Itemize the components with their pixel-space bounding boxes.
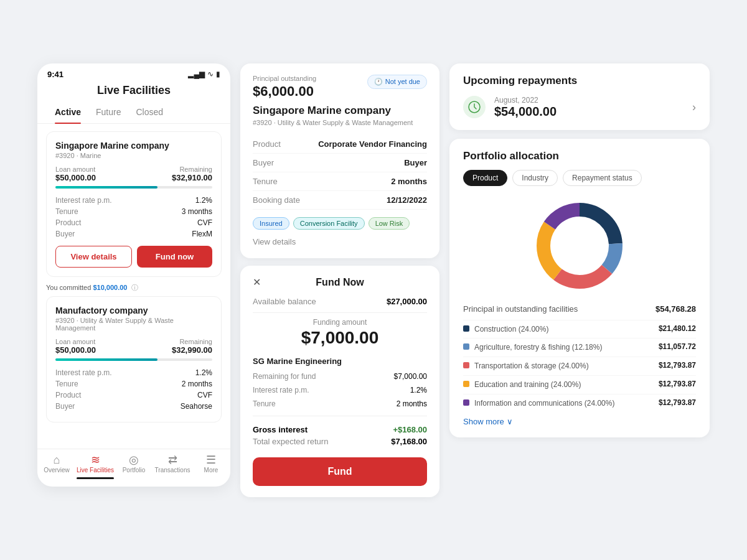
info-row-tenure: Tenure 2 months <box>253 172 427 191</box>
fund-detail-tenure: Tenure 2 months <box>253 397 427 411</box>
gross-interest-row: Gross interest +$168.00 <box>253 421 427 436</box>
fund-detail-interest: Interest rate p.m. 1.2% <box>253 383 427 397</box>
info-row-product: Product Corporate Vendor Financing <box>253 135 427 154</box>
repayment-info: August, 2022 $54,000.00 <box>494 96 684 119</box>
tag-conversion: Conversion Facility <box>293 217 365 230</box>
tag-low-risk: Low Risk <box>369 217 410 230</box>
portfolio-summary: Principal in outstanding facilities $54,… <box>463 304 696 314</box>
portfolio-item-education: Education and training (24.00%) $12,793.… <box>463 375 696 394</box>
funding-amount-label: Funding amount <box>253 318 427 327</box>
dot-agriculture <box>463 343 469 350</box>
fund-detail-remaining: Remaining for fund $7,000.00 <box>253 370 427 383</box>
repayment-card: Upcoming repayments August, 2022 $54,000… <box>449 63 710 130</box>
facility-name-1: Singapore Marine company <box>55 141 212 151</box>
wifi-icon: ∿ <box>207 70 214 78</box>
balance-row: Available balance $27,000.00 <box>253 297 427 306</box>
tag-insured: Insured <box>253 217 289 230</box>
fund-button[interactable]: Fund <box>253 457 427 486</box>
middle-panel: Principal outstanding $6,000.00 🕐 Not ye… <box>240 63 439 497</box>
repayment-month: August, 2022 <box>494 96 684 105</box>
dot-information <box>463 399 469 406</box>
mobile-header: Live Facilities <box>37 82 230 102</box>
repayment-amount: $54,000.00 <box>494 105 684 119</box>
view-details-button-1[interactable]: View details <box>55 246 132 268</box>
progress-bar-1 <box>55 186 212 189</box>
mobile-panel: 9:41 ▂▄▆ ∿ ▮ Live Facilities Active Futu… <box>37 63 230 487</box>
principal-label: Principal outstanding <box>253 75 316 82</box>
dot-education <box>463 381 469 387</box>
facility-name-2: Manufactory company <box>55 306 212 315</box>
dot-construction <box>463 325 469 332</box>
fund-now-header: ✕ Fund Now <box>253 277 427 288</box>
status-bar: 9:41 ▂▄▆ ∿ ▮ <box>37 63 230 82</box>
repayment-row: August, 2022 $54,000.00 › <box>463 96 696 119</box>
repayment-title: Upcoming repayments <box>463 75 696 87</box>
transactions-icon: ⇄ <box>168 454 177 465</box>
chevron-down-icon: ∨ <box>507 417 513 426</box>
facility-card-2: Manufactory company #3920 · Utility & Wa… <box>46 296 222 422</box>
facility-id-2: #3920 · Utility & Water Supply & Waste M… <box>55 317 212 332</box>
filter-product[interactable]: Product <box>463 170 507 186</box>
company-name: Singapore Marine company <box>253 105 427 117</box>
facility-actions-1: View details Fund now <box>55 246 212 268</box>
nav-live-facilities[interactable]: ≋ Live Facilities <box>76 454 115 479</box>
view-details-link[interactable]: View details <box>253 237 296 246</box>
info-icon: ⓘ <box>131 284 138 291</box>
donut-chart <box>463 196 696 296</box>
right-panel: Upcoming repayments August, 2022 $54,000… <box>449 63 710 438</box>
status-badge: 🕐 Not yet due <box>367 75 427 89</box>
portfolio-item-transportation: Transportation & storage (24.00%) $12,79… <box>463 357 696 375</box>
total-return-row: Total expected return $7,168.00 <box>253 436 427 452</box>
filter-industry[interactable]: Industry <box>512 170 558 186</box>
nav-overview[interactable]: ⌂ Overview <box>37 454 76 479</box>
tags-row: Insured Conversion Facility Low Risk <box>253 217 427 230</box>
portfolio-title: Portfolio allocation <box>463 150 696 162</box>
facility-card-1: Singapore Marine company #3920 · Marine … <box>46 131 222 277</box>
status-time: 9:41 <box>47 70 63 79</box>
nav-transactions[interactable]: ⇄ Transactions <box>153 454 192 479</box>
portfolio-item-information: Information and communications (24.00%) … <box>463 394 696 413</box>
tab-future[interactable]: Future <box>88 102 128 123</box>
nav-portfolio[interactable]: ◎ Portfolio <box>115 454 153 479</box>
signal-icon: ▂▄▆ <box>188 70 205 78</box>
fund-now-card: ✕ Fund Now Available balance $27,000.00 … <box>240 266 439 497</box>
facility-details-1: Interest rate p.m. 1.2% Tenure 3 months … <box>55 196 212 238</box>
portfolio-icon: ◎ <box>129 454 139 465</box>
principal-amount: $6,000.00 <box>253 83 316 100</box>
principal-row: Principal outstanding $6,000.00 🕐 Not ye… <box>253 75 427 100</box>
filter-repayment-status[interactable]: Repayment status <box>563 170 642 186</box>
info-row-buyer: Buyer Buyer <box>253 154 427 172</box>
tab-closed[interactable]: Closed <box>129 102 171 123</box>
mobile-content: Singapore Marine company #3920 · Marine … <box>37 124 230 449</box>
funding-amount-value: $7,000.00 <box>253 328 427 348</box>
mobile-tabs: Active Future Closed <box>37 102 230 124</box>
show-more-button[interactable]: Show more ∨ <box>463 417 696 426</box>
page-title: Live Facilities <box>47 84 220 97</box>
overview-icon: ⌂ <box>54 454 60 465</box>
fund-now-title: Fund Now <box>316 277 364 288</box>
portfolio-items: Construction (24.00%) $21,480.12 Agricul… <box>463 320 696 413</box>
committed-badge: You committed $10,000.00 ⓘ <box>46 283 222 292</box>
portfolio-item-agriculture: Agriculture, forestry & fishing (12.18%)… <box>463 338 696 357</box>
nav-more[interactable]: ☰ More <box>192 454 230 479</box>
company-sub: #3920 · Utility & Water Supply & Waste M… <box>253 119 427 126</box>
detail-card: Principal outstanding $6,000.00 🕐 Not ye… <box>240 63 439 258</box>
portfolio-card: Portfolio allocation Product Industry Re… <box>449 139 710 438</box>
chevron-right-icon[interactable]: › <box>692 101 696 114</box>
tab-active[interactable]: Active <box>47 102 88 123</box>
dot-transportation <box>463 362 469 368</box>
portfolio-item-construction: Construction (24.00%) $21,480.12 <box>463 320 696 338</box>
more-icon: ☰ <box>206 454 216 465</box>
clock-icon: 🕐 <box>374 78 383 86</box>
progress-bar-2 <box>55 358 212 361</box>
repayment-icon <box>463 96 486 118</box>
close-icon[interactable]: ✕ <box>253 276 261 288</box>
facility-amounts-1: Loan amount $50,000.00 Remaining $32,910… <box>55 166 212 182</box>
live-facilities-icon: ≋ <box>91 454 100 465</box>
battery-icon: ▮ <box>216 70 220 78</box>
facility-amounts-2: Loan amount $50,000.00 Remaining $32,990… <box>55 338 212 355</box>
fund-company-name: SG Marine Engineering <box>253 357 427 366</box>
facility-id-1: #3920 · Marine <box>55 152 212 159</box>
fund-now-button-1[interactable]: Fund now <box>137 246 212 268</box>
bottom-nav: ⌂ Overview ≋ Live Facilities ◎ Portfolio… <box>37 449 230 487</box>
